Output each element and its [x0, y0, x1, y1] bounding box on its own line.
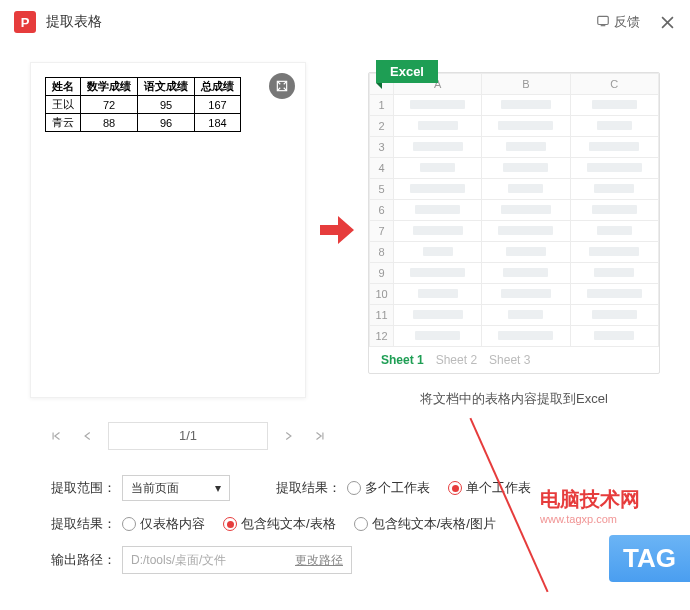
radio-icon [122, 517, 136, 531]
result-label-1: 提取结果： [276, 479, 341, 497]
radio-option[interactable]: 仅表格内容 [122, 515, 205, 533]
sheet-tab[interactable]: Sheet 1 [381, 353, 424, 367]
excel-row: 8 [370, 242, 659, 263]
prev-page-button[interactable] [76, 424, 100, 448]
watermark-text: 电脑技术网 www.tagxp.com [540, 486, 640, 525]
pager: 1/1 [44, 422, 690, 450]
excel-row: 3 [370, 137, 659, 158]
radio-icon [448, 481, 462, 495]
excel-row: 12 [370, 326, 659, 347]
radio-option[interactable]: 单个工作表 [448, 479, 531, 497]
window-title: 提取表格 [46, 13, 102, 31]
th: 语文成绩 [138, 78, 195, 96]
next-page-button[interactable] [276, 424, 300, 448]
radio-icon [347, 481, 361, 495]
radio-label: 仅表格内容 [140, 515, 205, 533]
page-indicator[interactable]: 1/1 [108, 422, 268, 450]
chevron-down-icon: ▾ [215, 481, 221, 495]
expand-icon[interactable] [269, 73, 295, 99]
sheet-tab[interactable]: Sheet 3 [489, 353, 530, 367]
radio-icon [354, 517, 368, 531]
radio-label: 多个工作表 [365, 479, 430, 497]
app-icon: P [14, 11, 36, 33]
output-path-input[interactable]: D:/tools/桌面/文件 更改路径 [122, 546, 352, 574]
arrow-icon [306, 62, 368, 398]
first-page-button[interactable] [44, 424, 68, 448]
title-bar: P 提取表格 反馈 [0, 0, 690, 44]
excel-row: 1 [370, 95, 659, 116]
radio-icon [223, 517, 237, 531]
result-label-2: 提取结果： [44, 515, 116, 533]
radio-option[interactable]: 包含纯文本/表格/图片 [354, 515, 496, 533]
table-row: 青云8896184 [46, 114, 241, 132]
col-header: B [482, 74, 570, 95]
excel-preview: Excel ABC 123456789101112 Sheet 1Sheet 2… [368, 62, 660, 408]
excel-row: 4 [370, 158, 659, 179]
feedback-label: 反馈 [614, 13, 640, 31]
table-row: 王以7295167 [46, 96, 241, 114]
tag-badge: TAG [609, 535, 690, 582]
last-page-button[interactable] [308, 424, 332, 448]
output-label: 输出路径： [44, 551, 116, 569]
source-table: 姓名数学成绩语文成绩总成绩 王以7295167青云8896184 [45, 77, 241, 132]
document-preview: 姓名数学成绩语文成绩总成绩 王以7295167青云8896184 [30, 62, 306, 398]
excel-row: 6 [370, 200, 659, 221]
svg-rect-0 [598, 16, 609, 24]
range-select[interactable]: 当前页面 ▾ [122, 475, 230, 501]
th: 姓名 [46, 78, 81, 96]
th: 总成绩 [195, 78, 241, 96]
excel-row: 10 [370, 284, 659, 305]
col-header: C [570, 74, 658, 95]
excel-badge: Excel [376, 60, 438, 83]
sheet-tab[interactable]: Sheet 2 [436, 353, 477, 367]
excel-row: 9 [370, 263, 659, 284]
output-path-value: D:/tools/桌面/文件 [131, 552, 226, 569]
excel-row: 5 [370, 179, 659, 200]
excel-row: 7 [370, 221, 659, 242]
range-value: 当前页面 [131, 480, 179, 497]
change-path-link[interactable]: 更改路径 [295, 552, 343, 569]
excel-caption: 将文档中的表格内容提取到Excel [368, 390, 660, 408]
excel-row: 2 [370, 116, 659, 137]
feedback-button[interactable]: 反馈 [596, 13, 640, 31]
close-button[interactable] [658, 13, 676, 31]
radio-option[interactable]: 多个工作表 [347, 479, 430, 497]
radio-label: 包含纯文本/表格/图片 [372, 515, 496, 533]
range-label: 提取范围： [44, 479, 116, 497]
feedback-icon [596, 14, 610, 31]
radio-option[interactable]: 包含纯文本/表格 [223, 515, 336, 533]
th: 数学成绩 [81, 78, 138, 96]
excel-row: 11 [370, 305, 659, 326]
radio-label: 包含纯文本/表格 [241, 515, 336, 533]
